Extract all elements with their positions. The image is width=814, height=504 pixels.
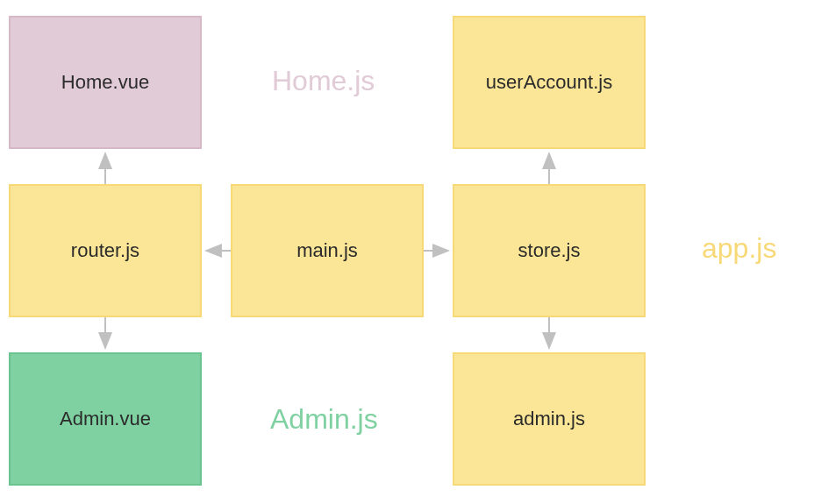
box-label: userAccount.js bbox=[486, 71, 612, 94]
box-admin-js: admin.js bbox=[453, 352, 646, 486]
box-user-account-js: userAccount.js bbox=[453, 16, 646, 149]
box-label: router.js bbox=[71, 239, 139, 262]
box-label: Admin.vue bbox=[60, 408, 151, 430]
label-admin-js: Admin.js bbox=[270, 403, 378, 436]
box-label: admin.js bbox=[513, 408, 585, 430]
box-store-js: store.js bbox=[453, 184, 646, 317]
box-label: Home.vue bbox=[61, 71, 149, 94]
box-label: store.js bbox=[518, 239, 581, 262]
box-admin-vue: Admin.vue bbox=[9, 352, 202, 486]
box-router-js: router.js bbox=[9, 184, 202, 317]
box-label: main.js bbox=[296, 239, 358, 262]
label-home-js: Home.js bbox=[272, 65, 375, 97]
box-main-js: main.js bbox=[231, 184, 424, 317]
box-home-vue: Home.vue bbox=[9, 16, 202, 149]
label-app-js: app.js bbox=[702, 232, 776, 265]
